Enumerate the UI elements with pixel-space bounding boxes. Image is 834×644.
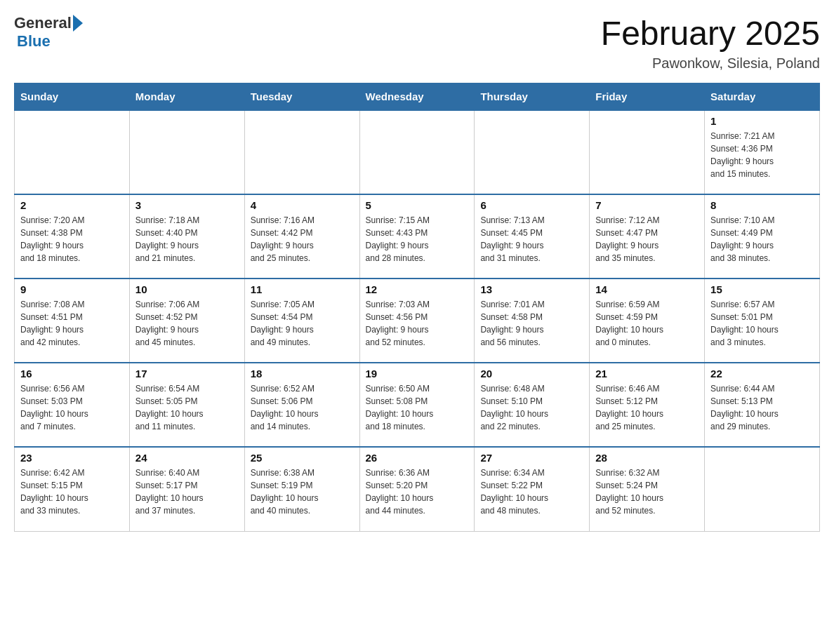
calendar-day-cell: 18Sunrise: 6:52 AM Sunset: 5:06 PM Dayli… <box>244 363 359 447</box>
day-number: 23 <box>20 452 124 464</box>
day-number: 22 <box>710 368 814 380</box>
calendar-day-cell <box>590 110 705 194</box>
weekday-header: Saturday <box>705 83 820 111</box>
calendar-day-cell: 21Sunrise: 6:46 AM Sunset: 5:12 PM Dayli… <box>590 363 705 447</box>
day-number: 20 <box>480 368 583 380</box>
day-info: Sunrise: 6:44 AM Sunset: 5:13 PM Dayligh… <box>710 382 814 433</box>
calendar-day-cell: 17Sunrise: 6:54 AM Sunset: 5:05 PM Dayli… <box>129 363 244 447</box>
calendar-day-cell: 16Sunrise: 6:56 AM Sunset: 5:03 PM Dayli… <box>15 363 130 447</box>
calendar-week-row: 16Sunrise: 6:56 AM Sunset: 5:03 PM Dayli… <box>15 363 820 447</box>
day-number: 3 <box>135 199 239 211</box>
weekday-header: Friday <box>590 83 705 111</box>
day-number: 26 <box>366 452 469 464</box>
day-info: Sunrise: 7:12 AM Sunset: 4:47 PM Dayligh… <box>595 214 699 264</box>
calendar-day-cell <box>129 110 244 194</box>
day-number: 16 <box>20 368 124 380</box>
day-info: Sunrise: 6:57 AM Sunset: 5:01 PM Dayligh… <box>710 298 814 349</box>
weekday-header: Thursday <box>475 83 590 111</box>
calendar-day-cell: 26Sunrise: 6:36 AM Sunset: 5:20 PM Dayli… <box>359 447 475 531</box>
calendar-day-cell: 24Sunrise: 6:40 AM Sunset: 5:17 PM Dayli… <box>129 447 244 531</box>
day-info: Sunrise: 7:03 AM Sunset: 4:56 PM Dayligh… <box>366 298 469 349</box>
day-number: 12 <box>366 283 469 295</box>
calendar-day-cell: 23Sunrise: 6:42 AM Sunset: 5:15 PM Dayli… <box>15 447 130 531</box>
calendar-day-cell: 19Sunrise: 6:50 AM Sunset: 5:08 PM Dayli… <box>359 363 475 447</box>
day-number: 13 <box>480 283 583 295</box>
calendar-header: SundayMondayTuesdayWednesdayThursdayFrid… <box>15 83 820 111</box>
day-info: Sunrise: 6:32 AM Sunset: 5:24 PM Dayligh… <box>595 467 699 517</box>
calendar-day-cell: 9Sunrise: 7:08 AM Sunset: 4:51 PM Daylig… <box>15 279 130 363</box>
calendar-day-cell: 14Sunrise: 6:59 AM Sunset: 4:59 PM Dayli… <box>590 279 705 363</box>
weekday-header: Tuesday <box>244 83 359 111</box>
day-number: 6 <box>480 199 583 211</box>
day-number: 8 <box>710 199 814 211</box>
calendar-day-cell <box>475 110 590 194</box>
calendar-day-cell: 11Sunrise: 7:05 AM Sunset: 4:54 PM Dayli… <box>244 279 359 363</box>
day-info: Sunrise: 7:08 AM Sunset: 4:51 PM Dayligh… <box>20 298 124 349</box>
day-info: Sunrise: 6:42 AM Sunset: 5:15 PM Dayligh… <box>20 467 124 517</box>
calendar-subtitle: Pawonkow, Silesia, Poland <box>601 55 820 72</box>
day-number: 10 <box>135 283 239 295</box>
calendar-week-row: 9Sunrise: 7:08 AM Sunset: 4:51 PM Daylig… <box>15 279 820 363</box>
calendar-week-row: 23Sunrise: 6:42 AM Sunset: 5:15 PM Dayli… <box>15 447 820 531</box>
calendar-day-cell: 13Sunrise: 7:01 AM Sunset: 4:58 PM Dayli… <box>475 279 590 363</box>
day-number: 25 <box>251 452 354 464</box>
day-number: 28 <box>595 452 699 464</box>
day-info: Sunrise: 6:38 AM Sunset: 5:19 PM Dayligh… <box>251 467 354 517</box>
calendar-title: February 2025 <box>601 14 820 53</box>
calendar-day-cell <box>359 110 475 194</box>
day-info: Sunrise: 7:18 AM Sunset: 4:40 PM Dayligh… <box>135 214 239 264</box>
weekday-header: Monday <box>129 83 244 111</box>
calendar-day-cell: 25Sunrise: 6:38 AM Sunset: 5:19 PM Dayli… <box>244 447 359 531</box>
day-info: Sunrise: 6:54 AM Sunset: 5:05 PM Dayligh… <box>135 382 239 433</box>
calendar-day-cell <box>15 110 130 194</box>
day-info: Sunrise: 7:01 AM Sunset: 4:58 PM Dayligh… <box>480 298 583 349</box>
page-header: General Blue February 2025 Pawonkow, Sil… <box>14 14 820 72</box>
day-number: 18 <box>251 368 354 380</box>
calendar-day-cell <box>705 447 820 531</box>
calendar-day-cell: 15Sunrise: 6:57 AM Sunset: 5:01 PM Dayli… <box>705 279 820 363</box>
day-info: Sunrise: 7:05 AM Sunset: 4:54 PM Dayligh… <box>251 298 354 349</box>
day-number: 14 <box>595 283 699 295</box>
calendar-day-cell: 5Sunrise: 7:15 AM Sunset: 4:43 PM Daylig… <box>359 194 475 279</box>
day-info: Sunrise: 7:16 AM Sunset: 4:42 PM Dayligh… <box>251 214 354 264</box>
day-info: Sunrise: 6:50 AM Sunset: 5:08 PM Dayligh… <box>366 382 469 433</box>
calendar-day-cell: 28Sunrise: 6:32 AM Sunset: 5:24 PM Dayli… <box>590 447 705 531</box>
calendar-day-cell: 7Sunrise: 7:12 AM Sunset: 4:47 PM Daylig… <box>590 194 705 279</box>
calendar-week-row: 2Sunrise: 7:20 AM Sunset: 4:38 PM Daylig… <box>15 194 820 279</box>
calendar-week-row: 1Sunrise: 7:21 AM Sunset: 4:36 PM Daylig… <box>15 110 820 194</box>
day-info: Sunrise: 7:15 AM Sunset: 4:43 PM Dayligh… <box>366 214 469 264</box>
logo-general-text: General <box>14 14 72 32</box>
title-block: February 2025 Pawonkow, Silesia, Poland <box>601 14 820 72</box>
calendar-day-cell: 2Sunrise: 7:20 AM Sunset: 4:38 PM Daylig… <box>15 194 130 279</box>
logo-arrow-icon <box>73 15 83 32</box>
day-number: 7 <box>595 199 699 211</box>
day-info: Sunrise: 7:10 AM Sunset: 4:49 PM Dayligh… <box>710 214 814 264</box>
weekday-header: Wednesday <box>359 83 475 111</box>
day-info: Sunrise: 7:20 AM Sunset: 4:38 PM Dayligh… <box>20 214 124 264</box>
calendar-day-cell: 22Sunrise: 6:44 AM Sunset: 5:13 PM Dayli… <box>705 363 820 447</box>
day-number: 24 <box>135 452 239 464</box>
day-info: Sunrise: 6:56 AM Sunset: 5:03 PM Dayligh… <box>20 382 124 433</box>
logo-blue-text: Blue <box>17 32 83 51</box>
day-info: Sunrise: 7:13 AM Sunset: 4:45 PM Dayligh… <box>480 214 583 264</box>
calendar-day-cell: 27Sunrise: 6:34 AM Sunset: 5:22 PM Dayli… <box>475 447 590 531</box>
day-info: Sunrise: 6:40 AM Sunset: 5:17 PM Dayligh… <box>135 467 239 517</box>
day-info: Sunrise: 6:52 AM Sunset: 5:06 PM Dayligh… <box>251 382 354 433</box>
day-number: 11 <box>251 283 354 295</box>
day-number: 1 <box>710 115 814 127</box>
calendar-day-cell: 12Sunrise: 7:03 AM Sunset: 4:56 PM Dayli… <box>359 279 475 363</box>
day-info: Sunrise: 6:34 AM Sunset: 5:22 PM Dayligh… <box>480 467 583 517</box>
calendar-day-cell: 1Sunrise: 7:21 AM Sunset: 4:36 PM Daylig… <box>705 110 820 194</box>
day-number: 9 <box>20 283 124 295</box>
day-number: 17 <box>135 368 239 380</box>
day-info: Sunrise: 6:36 AM Sunset: 5:20 PM Dayligh… <box>366 467 469 517</box>
day-info: Sunrise: 6:48 AM Sunset: 5:10 PM Dayligh… <box>480 382 583 433</box>
weekday-header: Sunday <box>15 83 130 111</box>
calendar-day-cell <box>244 110 359 194</box>
day-info: Sunrise: 7:06 AM Sunset: 4:52 PM Dayligh… <box>135 298 239 349</box>
calendar-day-cell: 4Sunrise: 7:16 AM Sunset: 4:42 PM Daylig… <box>244 194 359 279</box>
calendar-day-cell: 6Sunrise: 7:13 AM Sunset: 4:45 PM Daylig… <box>475 194 590 279</box>
day-number: 19 <box>366 368 469 380</box>
calendar-table: SundayMondayTuesdayWednesdayThursdayFrid… <box>14 83 820 532</box>
day-number: 21 <box>595 368 699 380</box>
